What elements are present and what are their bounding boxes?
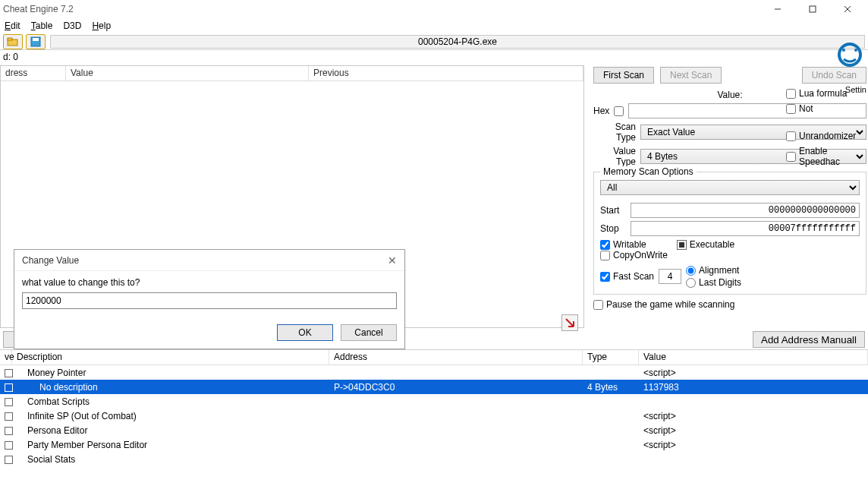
executable-label: Executable	[690, 239, 734, 250]
row-value: <script>	[639, 425, 868, 436]
found-count: d: 0	[3, 52, 18, 62]
dialog-close-icon[interactable]: ✕	[388, 254, 397, 267]
table-row[interactable]: Money Pointer<script>	[0, 365, 868, 380]
add-to-list-arrow-icon[interactable]	[561, 314, 578, 331]
row-description: Social Stats	[12, 454, 329, 465]
menu-edit[interactable]: Edit	[5, 21, 20, 31]
lua-formula-checkbox[interactable]	[786, 89, 796, 99]
dialog-value-input[interactable]	[22, 292, 397, 309]
unrandomizer-checkbox[interactable]	[786, 131, 796, 141]
fastscan-label: Fast Scan	[613, 271, 654, 282]
save-icon[interactable]	[26, 34, 46, 49]
svg-rect-1	[810, 6, 816, 12]
th-description[interactable]: Description	[12, 350, 329, 364]
value-label: Value:	[717, 90, 742, 100]
table-row[interactable]: Social Stats	[0, 452, 868, 466]
app-logo-icon	[835, 35, 865, 74]
open-process-icon[interactable]	[3, 34, 23, 49]
svg-point-10	[854, 49, 857, 52]
row-value: <script>	[639, 411, 868, 421]
start-label: Start	[600, 205, 626, 216]
lua-formula-label: Lua formula	[799, 88, 847, 99]
row-description: Party Member Persona Editor	[12, 440, 329, 450]
svg-point-9	[842, 49, 845, 52]
window-title: Cheat Engine 7.2	[3, 4, 74, 14]
row-description: Persona Editor	[12, 425, 329, 436]
speedhack-label: Enable Speedhac	[799, 146, 868, 167]
writable-label: Writable	[613, 239, 646, 250]
stop-label: Stop	[600, 223, 626, 234]
first-scan-button[interactable]: First Scan	[593, 67, 654, 84]
stop-address-input[interactable]	[631, 221, 860, 236]
unrandomizer-label: Unrandomizer	[799, 131, 856, 141]
process-name-field[interactable]: 00005204-P4G.exe	[50, 35, 865, 49]
not-label: Not	[799, 103, 813, 114]
row-description: Infinite SP (Out of Combat)	[12, 411, 329, 421]
menu-table[interactable]: Table	[31, 21, 53, 31]
row-type: 4 Bytes	[583, 382, 639, 393]
speedhack-checkbox[interactable]	[786, 152, 796, 162]
executable-checkbox[interactable]	[677, 240, 687, 250]
value-type-label: Value Type	[593, 146, 636, 167]
table-row[interactable]: Party Member Persona Editor<script>	[0, 437, 868, 452]
fastscan-value-input[interactable]	[659, 269, 681, 284]
dialog-title: Change Value	[22, 255, 79, 266]
th-address[interactable]: Address	[329, 350, 583, 364]
row-value: <script>	[639, 368, 868, 378]
pause-game-checkbox[interactable]	[593, 300, 603, 310]
next-scan-button: Next Scan	[660, 67, 722, 84]
th-active[interactable]: ve	[0, 350, 12, 364]
change-value-dialog: Change Value ✕ what value to change this…	[14, 249, 405, 349]
row-value: <script>	[639, 440, 868, 450]
dialog-ok-button[interactable]: OK	[277, 324, 333, 341]
row-description: Combat Scripts	[12, 396, 329, 407]
row-address: P->04DDC3C0	[329, 382, 583, 393]
lastdigits-label: Last Digits	[699, 277, 741, 288]
memory-region-select[interactable]: All	[600, 180, 860, 195]
lastdigits-radio[interactable]	[686, 278, 696, 288]
col-previous[interactable]: Previous	[309, 66, 583, 80]
close-button[interactable]	[830, 0, 865, 18]
fastscan-checkbox[interactable]	[600, 272, 610, 282]
table-row[interactable]: No descriptionP->04DDC3C04 Bytes1137983	[0, 380, 868, 394]
svg-rect-7	[33, 38, 39, 41]
minimize-button[interactable]	[760, 0, 795, 18]
menu-help[interactable]: Help	[92, 21, 111, 31]
th-type[interactable]: Type	[583, 350, 639, 364]
pause-game-label: Pause the game while scanning	[606, 299, 734, 310]
copyonwrite-label: CopyOnWrite	[613, 250, 668, 260]
table-row[interactable]: Persona Editor<script>	[0, 423, 868, 437]
start-address-input[interactable]	[631, 203, 860, 218]
table-row[interactable]: Infinite SP (Out of Combat)<script>	[0, 409, 868, 423]
dialog-prompt: what value to change this to?	[22, 277, 397, 288]
col-address[interactable]: dress	[1, 66, 66, 80]
alignment-label: Alignment	[699, 265, 739, 276]
col-value[interactable]: Value	[66, 66, 309, 80]
writable-checkbox[interactable]	[600, 240, 610, 250]
row-value: 1137983	[639, 382, 868, 393]
th-value[interactable]: Value	[639, 350, 868, 364]
hex-checkbox[interactable]	[614, 106, 624, 116]
row-description: Money Pointer	[12, 368, 329, 378]
not-checkbox[interactable]	[786, 104, 796, 114]
scan-type-label: Scan Type	[593, 122, 636, 143]
alignment-radio[interactable]	[686, 266, 696, 276]
add-address-manually-button[interactable]: Add Address Manuall	[753, 331, 865, 348]
maximize-button[interactable]	[795, 0, 830, 18]
svg-rect-5	[8, 38, 12, 40]
hex-label: Hex	[593, 106, 609, 116]
menu-d3d[interactable]: D3D	[63, 21, 81, 31]
copyonwrite-checkbox[interactable]	[600, 251, 610, 260]
dialog-cancel-button[interactable]: Cancel	[341, 324, 397, 341]
memory-scan-legend: Memory Scan Options	[600, 166, 697, 177]
table-row[interactable]: Combat Scripts	[0, 394, 868, 409]
row-description: No description	[12, 382, 329, 393]
